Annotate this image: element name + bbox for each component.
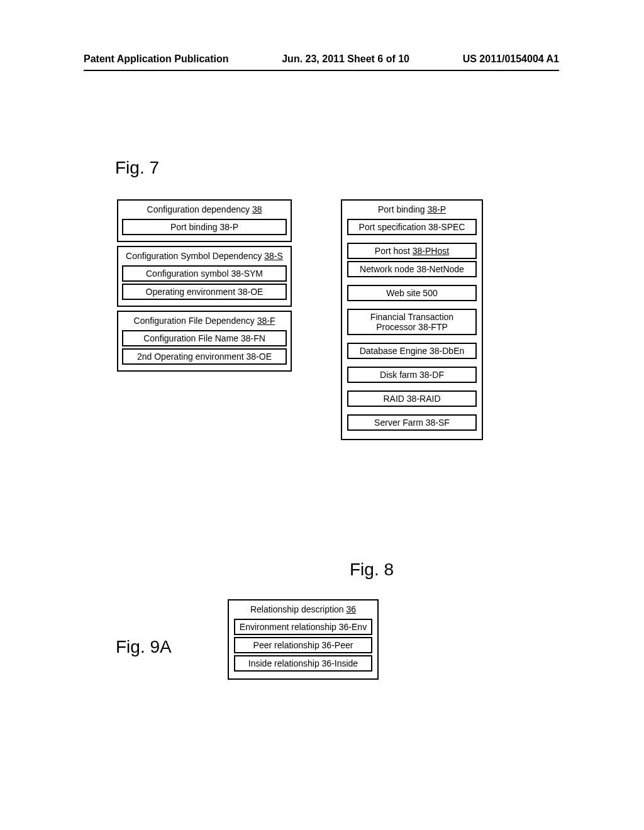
relationship-description-title: Relationship description 36 [234,603,372,617]
config-dependency-group: Configuration dependency 38 Port binding… [117,199,292,242]
config-file-dependency-group: Configuration File Dependency 38-F Confi… [117,311,292,372]
fig9a-label: Fig. 9A [116,637,172,657]
peer-relationship-box: Peer relationship 36-Peer [234,637,372,653]
inside-relationship-box: Inside relationship 36-Inside [234,655,372,672]
web-site-box: Web site 500 [347,285,477,301]
operating-env-box: Operating environment 38-OE [122,284,287,300]
config-symbol-box: Configuration symbol 38-SYM [122,265,287,282]
config-file-dependency-title: Configuration File Dependency 38-F [122,314,287,328]
fig7-label: Fig. 7 [115,158,159,178]
fig8-label: Fig. 8 [350,560,394,580]
config-file-name-box: Configuration File Name 38-FN [122,330,287,346]
port-binding-title: Port binding 38-P [347,203,477,217]
port-specification-box: Port specification 38-SPEC [347,219,477,235]
header-left: Patent Application Publication [84,53,229,65]
port-host-box: Port host 38-PHost [347,243,477,259]
config-symbol-dependency-group: Configuration Symbol Dependency 38-S Con… [117,246,292,307]
port-binding-box: Port binding 38-P [122,219,287,235]
header-right: US 2011/0154004 A1 [463,53,559,65]
header-center: Jun. 23, 2011 Sheet 6 of 10 [282,53,409,65]
network-node-box: Network node 38-NetNode [347,261,477,277]
financial-transaction-box: Financial Transaction Processor 38-FTP [347,309,477,335]
fig7-diagram: Configuration dependency 38 Port binding… [117,199,292,375]
raid-box: RAID 38-RAID [347,390,477,407]
config-symbol-dependency-title: Configuration Symbol Dependency 38-S [122,250,287,263]
server-farm-box: Server Farm 38-SF [347,414,477,431]
disk-farm-box: Disk farm 38-DF [347,367,477,383]
fig8-diagram: Port binding 38-P Port specification 38-… [341,199,483,440]
environment-relationship-box: Environment relationship 36-Env [234,619,372,635]
port-binding-group: Port binding 38-P Port specification 38-… [341,199,483,440]
page-header: Patent Application Publication Jun. 23, … [84,0,559,71]
database-engine-box: Database Engine 38-DbEn [347,343,477,359]
config-dependency-title: Configuration dependency 38 [122,203,287,217]
fig9a-diagram: Relationship description 36 Environment … [228,599,379,680]
second-operating-env-box: 2nd Operating environment 38-OE [122,348,287,365]
relationship-description-group: Relationship description 36 Environment … [228,599,379,680]
